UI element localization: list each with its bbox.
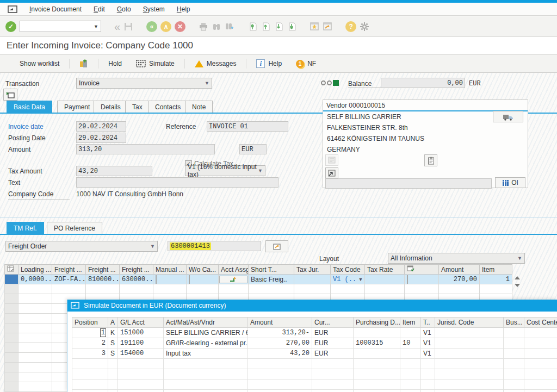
col-purchasing-doc[interactable]: Purchasing D... [354,318,400,328]
tax-code-dropdown[interactable]: V1 (16% domestic input tax)▼ [185,165,265,176]
acct-assgt-button[interactable] [219,276,247,283]
col-amount[interactable]: Amount [248,318,312,328]
transaction-dropdown[interactable]: Invoice▼ [76,78,212,89]
amount-field[interactable]: 313,20 [76,144,215,154]
cell-tax-code[interactable]: V1 (.. ▼ [331,275,365,284]
cell-jurisd[interactable] [435,338,504,349]
col-position[interactable]: Position [72,318,108,328]
cell-position[interactable]: 3 [72,349,108,359]
select-all-header[interactable] [5,265,18,275]
cell-gl[interactable]: 151000 [118,328,164,338]
print-icon[interactable] [199,22,208,32]
scroll-down-icon[interactable] [515,284,520,287]
menu-invoice-document[interactable]: Invoice Document [29,5,82,13]
tab-tax[interactable]: Tax [125,101,150,113]
cell-a[interactable]: K [108,328,118,338]
cell-jurisd[interactable] [435,328,504,338]
previous-page-icon[interactable] [261,22,270,32]
cell-cc[interactable] [524,328,557,338]
cell-short-text[interactable]: Basic Freig.. [249,275,294,284]
col-acct-assgt[interactable]: Acct Assgt [219,265,249,275]
cell-cur[interactable]: EUR [312,338,354,349]
col-tax-rate[interactable]: Tax Rate [365,265,405,275]
vendor-address-button[interactable] [325,154,338,166]
cell-amount[interactable]: 313,20- [248,328,312,338]
col-freight-3[interactable]: Freight ... [120,265,153,275]
wo-ca-checkbox[interactable] [189,275,190,284]
create-shortcut-icon[interactable] [323,22,332,32]
posting-date-field[interactable]: 29.02.2024 [76,133,126,143]
cell-bus[interactable] [504,349,524,359]
help-button[interactable]: i Help [252,58,286,70]
cell-amount[interactable]: 43,20 [248,349,312,359]
final-checkbox[interactable] [407,275,408,284]
tab-po-reference[interactable]: PO Reference [47,222,102,234]
cell-item[interactable]: 10 [400,338,421,349]
cell-cc[interactable] [524,338,557,349]
chevron-down-icon[interactable]: ▼ [94,24,98,29]
cell-freight-1[interactable]: ZOF-FA.. [52,275,86,284]
cell-acct-assgt[interactable] [219,275,249,284]
customize-gear-icon[interactable] [360,22,369,32]
cell-position[interactable]: 2 [72,338,108,349]
cell-tax[interactable]: V1 [421,349,435,359]
nf-button[interactable]: 1 NF [292,58,320,70]
items-table-row-1[interactable]: 0,0000.. ZOF-FA.. 810000.. 630000.. Basi… [5,275,512,284]
col-cost-center[interactable]: Cost Cente [524,318,557,328]
simulation-row-1[interactable]: 1 K 151000 SELF BILLING CARRIER / 6.. 31… [72,328,557,338]
col-a[interactable]: A [108,318,118,328]
back-circle-icon[interactable]: « [146,21,157,32]
simulate-button[interactable]: Simulate [132,58,179,69]
cell-gl[interactable]: 191100 [118,338,164,349]
col-freight-1[interactable]: Freight ... [52,265,86,275]
layout-dropdown[interactable]: All Information▼ [388,253,525,264]
popup-title-bar[interactable]: Simulate Document in EUR (Document curre… [67,300,557,312]
tab-details[interactable]: Details [94,101,128,113]
find-next-icon[interactable] [225,22,234,32]
cell-loading[interactable]: 0,0000.. [18,275,52,284]
col-item[interactable]: Item [400,318,421,328]
menu-edit[interactable]: Edit [94,5,105,13]
col-loading[interactable]: Loading ... [18,265,52,275]
cell-cur[interactable]: EUR [312,328,354,338]
cell-item[interactable] [400,349,421,359]
cell-tax-jur[interactable] [294,275,331,284]
col-cur[interactable]: Cur... [312,318,354,328]
cell-pd[interactable] [354,349,400,359]
cell-tax-rate[interactable] [365,275,405,284]
col-tax[interactable]: T.. [421,318,435,328]
back-icon[interactable]: « [114,21,120,32]
worklist-tree-button[interactable] [75,58,92,70]
tab-tm-ref[interactable]: TM Ref. [7,222,44,234]
new-session-icon[interactable] [310,22,319,32]
reference-field[interactable]: INVOICE 01 [207,121,288,132]
cell-act[interactable]: SELF BILLING CARRIER / 6.. [164,328,248,338]
tree-toggle-button[interactable] [3,89,17,101]
col-jurisd-code[interactable]: Jurisd. Code [435,318,504,328]
cell-position[interactable]: 1 [72,328,108,338]
open-items-button[interactable]: OI [495,177,525,188]
tab-basic-data[interactable]: Basic Data [7,101,52,113]
col-freight-2[interactable]: Freight ... [86,265,120,275]
menu-help[interactable]: Help [177,5,190,13]
tax-amount-field[interactable]: 43,20 [76,166,152,176]
cell-bus[interactable] [504,328,524,338]
col-short-text[interactable]: Short T... [249,265,294,275]
tab-contacts[interactable]: Contacts [148,101,188,113]
cell-freight-3[interactable]: 630000.. [120,275,153,284]
col-check-window[interactable] [405,265,439,275]
find-icon[interactable] [212,22,221,32]
tab-note[interactable]: Note [185,101,213,113]
vendor-withholding-button[interactable] [325,167,338,178]
items-table-scrollbar[interactable] [515,276,520,287]
cell-wo-ca[interactable] [187,275,219,284]
cell-freight-2[interactable]: 810000.. [86,275,120,284]
col-amount[interactable]: Amount [439,265,480,275]
last-page-icon[interactable] [287,22,296,32]
enter-button[interactable]: ✓ [5,21,16,32]
tab-payment[interactable]: Payment [57,101,97,113]
cancel-icon[interactable]: ✕ [175,21,185,32]
cell-pd[interactable] [354,328,400,338]
col-tax-jur[interactable]: Tax Jur. [294,265,331,275]
cell-act[interactable]: Input tax [164,349,248,359]
